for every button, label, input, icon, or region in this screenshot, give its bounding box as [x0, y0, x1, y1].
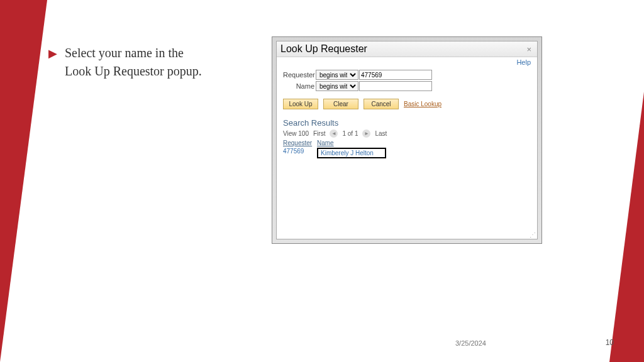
name-label: Name [283, 82, 316, 90]
search-form: Requester begins with Name begins with [283, 70, 531, 91]
requester-label: Requester [283, 71, 316, 79]
header-name[interactable]: Name [317, 140, 380, 146]
header-requester[interactable]: Requester [283, 140, 317, 146]
first-label[interactable]: First [313, 130, 325, 137]
table-row: 477569 Kimberely J Helton [283, 148, 531, 158]
screenshot-frame: Look Up Requester × Help Requester begin… [272, 36, 542, 244]
left-accent-triangle [0, 0, 47, 362]
cancel-button[interactable]: Cancel [364, 99, 399, 109]
triangle-bullet-icon: ▶ [48, 47, 57, 61]
clear-button[interactable]: Clear [323, 99, 358, 109]
search-results-title: Search Results [283, 118, 531, 128]
right-accent-triangle [609, 92, 644, 362]
bullet-item: ▶ Select your name in the Look Up Reques… [48, 44, 209, 80]
close-icon[interactable]: × [525, 45, 533, 54]
name-operator-select[interactable]: begins with [316, 81, 358, 91]
button-row: Look Up Clear Cancel Basic Lookup [283, 99, 531, 109]
cell-name-highlighted[interactable]: Kimberely J Helton [317, 148, 386, 158]
help-link[interactable]: Help [516, 58, 531, 66]
position-label: 1 of 1 [342, 130, 358, 137]
lookup-button[interactable]: Look Up [283, 99, 318, 109]
results-table: Requester Name 477569 Kimberely J Helton [283, 140, 531, 158]
requester-operator-select[interactable]: begins with [316, 70, 358, 80]
resize-handle-icon[interactable]: ⋰ [530, 231, 536, 238]
pagination-row: View 100 First ◄ 1 of 1 ► Last [283, 129, 531, 138]
footer-date: 3/25/2024 [455, 339, 486, 347]
next-icon[interactable]: ► [362, 129, 370, 138]
dialog-title: Look Up Requester [280, 43, 367, 55]
lookup-dialog: Look Up Requester × Help Requester begin… [276, 41, 538, 239]
footer-page-number: 10 [606, 338, 614, 347]
bullet-text: Select your name in the Look Up Requesto… [65, 44, 209, 80]
view-label: View 100 [283, 130, 309, 137]
requester-row: Requester begins with [283, 70, 531, 80]
name-row: Name begins with [283, 81, 531, 91]
prev-icon[interactable]: ◄ [330, 129, 338, 138]
cell-requester[interactable]: 477569 [283, 148, 317, 158]
basic-lookup-link[interactable]: Basic Lookup [404, 101, 441, 107]
dialog-body: Help Requester begins with Name begins w… [277, 57, 537, 239]
name-input[interactable] [359, 81, 432, 91]
requester-input[interactable] [359, 70, 432, 80]
table-header: Requester Name [283, 140, 531, 146]
last-label[interactable]: Last [375, 130, 387, 137]
dialog-titlebar: Look Up Requester × [277, 41, 537, 57]
